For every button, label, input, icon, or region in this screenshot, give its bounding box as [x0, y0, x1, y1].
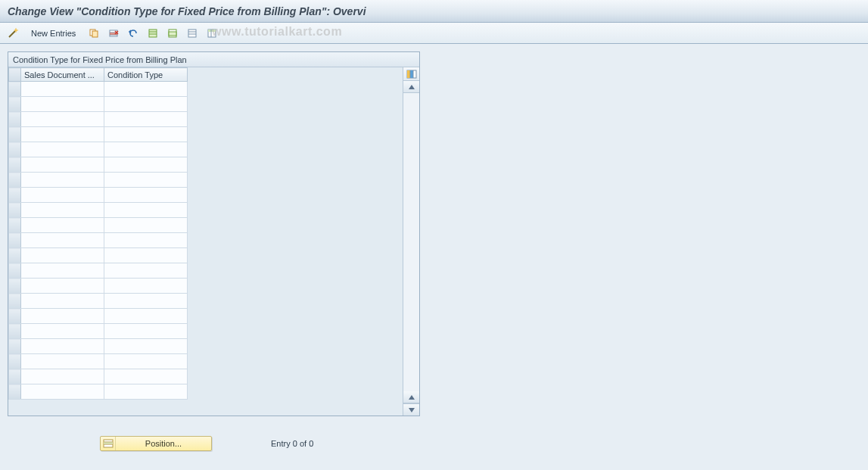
row-selector[interactable] [9, 263, 21, 279]
row-selector[interactable] [9, 309, 21, 324]
cell-condition-type[interactable] [104, 218, 188, 233]
row-selector[interactable] [9, 142, 21, 157]
table-row[interactable] [9, 384, 403, 400]
cell-sales-doc[interactable] [21, 173, 104, 188]
row-selector[interactable] [9, 218, 21, 233]
copy-as-button[interactable] [86, 26, 102, 41]
row-selector[interactable] [9, 324, 21, 339]
table-row[interactable] [9, 294, 403, 309]
cell-condition-type[interactable] [104, 173, 188, 188]
cell-condition-type[interactable] [104, 369, 188, 384]
cell-sales-doc[interactable] [21, 369, 104, 384]
cell-condition-type[interactable] [104, 309, 188, 324]
row-selector[interactable] [9, 384, 21, 400]
row-selector[interactable] [9, 173, 21, 188]
cell-sales-doc[interactable] [21, 218, 104, 233]
table-row[interactable] [9, 339, 403, 354]
cell-sales-doc[interactable] [21, 339, 104, 354]
cell-sales-doc[interactable] [21, 188, 104, 203]
cell-sales-doc[interactable] [21, 112, 104, 127]
undo-button[interactable] [125, 26, 142, 41]
select-block-button[interactable] [164, 26, 181, 41]
cell-sales-doc[interactable] [21, 248, 104, 263]
cell-sales-doc[interactable] [21, 157, 104, 173]
cell-sales-doc[interactable] [21, 203, 104, 218]
cell-sales-doc[interactable] [21, 82, 104, 97]
row-selector[interactable] [9, 97, 21, 112]
cell-condition-type[interactable] [104, 263, 188, 279]
row-selector[interactable] [9, 233, 21, 248]
cell-condition-type[interactable] [104, 127, 188, 142]
row-selector[interactable] [9, 127, 21, 142]
row-selector[interactable] [9, 112, 21, 127]
cell-sales-doc[interactable] [21, 233, 104, 248]
row-selector-header[interactable] [9, 68, 21, 82]
cell-condition-type[interactable] [104, 279, 188, 294]
wand-button[interactable] [5, 26, 21, 41]
cell-condition-type[interactable] [104, 157, 188, 173]
table-row[interactable] [9, 157, 403, 173]
position-button[interactable]: Position... [100, 436, 212, 451]
new-entries-button[interactable]: New Entries [24, 26, 82, 41]
table-row[interactable] [9, 248, 403, 263]
row-selector[interactable] [9, 279, 21, 294]
select-all-button[interactable] [145, 26, 161, 41]
cell-sales-doc[interactable] [21, 384, 104, 400]
row-selector[interactable] [9, 339, 21, 354]
cell-condition-type[interactable] [104, 97, 188, 112]
table-row[interactable] [9, 279, 403, 294]
cell-sales-doc[interactable] [21, 97, 104, 112]
table-row[interactable] [9, 309, 403, 324]
table-settings-button[interactable] [204, 26, 220, 41]
row-selector[interactable] [9, 248, 21, 263]
table-row[interactable] [9, 354, 403, 369]
cell-sales-doc[interactable] [21, 309, 104, 324]
cell-condition-type[interactable] [104, 248, 188, 263]
row-selector[interactable] [9, 294, 21, 309]
row-selector[interactable] [9, 82, 21, 97]
table-row[interactable] [9, 369, 403, 384]
cell-sales-doc[interactable] [21, 354, 104, 369]
table-row[interactable] [9, 97, 403, 112]
cell-condition-type[interactable] [104, 384, 188, 400]
cell-sales-doc[interactable] [21, 142, 104, 157]
cell-condition-type[interactable] [104, 294, 188, 309]
table-row[interactable] [9, 233, 403, 248]
scroll-up-button-2[interactable] [403, 391, 419, 403]
delete-button[interactable] [105, 26, 122, 41]
row-selector[interactable] [9, 203, 21, 218]
col-header-condition-type[interactable]: Condition Type [104, 68, 188, 82]
table-row[interactable] [9, 82, 403, 97]
cell-sales-doc[interactable] [21, 279, 104, 294]
cell-condition-type[interactable] [104, 203, 188, 218]
deselect-all-button[interactable] [184, 26, 201, 41]
row-selector[interactable] [9, 157, 21, 173]
table-row[interactable] [9, 324, 403, 339]
col-header-sales-doc[interactable]: Sales Document ... [21, 68, 104, 82]
cell-condition-type[interactable] [104, 339, 188, 354]
cell-sales-doc[interactable] [21, 294, 104, 309]
cell-condition-type[interactable] [104, 233, 188, 248]
table-row[interactable] [9, 263, 403, 279]
scroll-up-button[interactable] [403, 81, 419, 93]
configure-columns-button[interactable] [403, 67, 419, 81]
row-selector[interactable] [9, 354, 21, 369]
cell-condition-type[interactable] [104, 112, 188, 127]
row-selector[interactable] [9, 369, 21, 384]
table-row[interactable] [9, 188, 403, 203]
data-grid[interactable]: Sales Document ... Condition Type [8, 67, 403, 400]
table-row[interactable] [9, 112, 403, 127]
cell-condition-type[interactable] [104, 142, 188, 157]
cell-condition-type[interactable] [104, 82, 188, 97]
table-row[interactable] [9, 127, 403, 142]
table-row[interactable] [9, 173, 403, 188]
row-selector[interactable] [9, 188, 21, 203]
cell-condition-type[interactable] [104, 324, 188, 339]
scroll-track[interactable] [403, 93, 419, 391]
cell-condition-type[interactable] [104, 354, 188, 369]
cell-sales-doc[interactable] [21, 127, 104, 142]
table-row[interactable] [9, 203, 403, 218]
cell-sales-doc[interactable] [21, 324, 104, 339]
scroll-down-button[interactable] [403, 403, 419, 416]
cell-condition-type[interactable] [104, 188, 188, 203]
